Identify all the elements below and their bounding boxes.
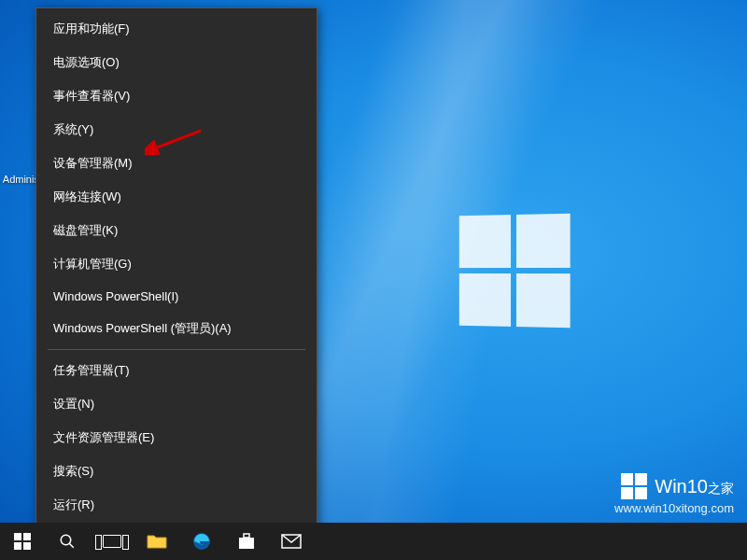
menu-item-task-manager[interactable]: 任务管理器(T) bbox=[36, 354, 317, 387]
menu-item-computer-management[interactable]: 计算机管理(G) bbox=[36, 247, 317, 281]
taskbar-app-explorer[interactable] bbox=[134, 523, 179, 560]
taskbar-search-button[interactable] bbox=[45, 523, 90, 560]
menu-item-network-connections[interactable]: 网络连接(W) bbox=[36, 180, 317, 214]
svg-rect-5 bbox=[244, 534, 249, 538]
mail-icon bbox=[281, 534, 302, 549]
watermark-url: www.win10xitong.com bbox=[614, 501, 734, 515]
edge-icon bbox=[192, 532, 211, 551]
store-icon bbox=[237, 532, 256, 551]
watermark: Win10之家 www.win10xitong.com bbox=[614, 473, 734, 515]
start-button[interactable] bbox=[0, 523, 45, 560]
windows-logo-wallpaper bbox=[459, 214, 571, 329]
menu-item-powershell-admin[interactable]: Windows PowerShell (管理员)(A) bbox=[36, 312, 317, 345]
taskview-icon bbox=[103, 535, 121, 548]
menu-item-device-manager[interactable]: 设备管理器(M) bbox=[36, 147, 317, 180]
menu-item-apps-features[interactable]: 应用和功能(F) bbox=[36, 12, 317, 46]
windows-start-icon bbox=[14, 533, 31, 550]
desktop-wallpaper: Administr... 控 应用和功能(F) 电源选项(O) 事件查看器(V)… bbox=[0, 0, 747, 560]
taskbar-app-edge[interactable] bbox=[179, 523, 224, 560]
svg-line-2 bbox=[69, 543, 74, 548]
taskbar-app-store[interactable] bbox=[224, 523, 269, 560]
taskbar bbox=[0, 523, 747, 560]
taskbar-taskview-button[interactable] bbox=[90, 523, 134, 560]
menu-item-event-viewer[interactable]: 事件查看器(V) bbox=[36, 79, 317, 113]
search-icon bbox=[59, 533, 76, 550]
folder-icon bbox=[147, 533, 167, 550]
menu-item-power-options[interactable]: 电源选项(O) bbox=[36, 46, 317, 79]
svg-rect-4 bbox=[239, 538, 254, 549]
menu-item-settings[interactable]: 设置(N) bbox=[36, 387, 317, 421]
watermark-brand: Win10之家 bbox=[655, 476, 734, 497]
menu-item-run[interactable]: 运行(R) bbox=[36, 488, 317, 522]
menu-item-disk-management[interactable]: 磁盘管理(K) bbox=[36, 214, 317, 247]
menu-item-file-explorer[interactable]: 文件资源管理器(E) bbox=[36, 421, 317, 455]
svg-point-1 bbox=[61, 535, 71, 545]
winx-context-menu: 应用和功能(F) 电源选项(O) 事件查看器(V) 系统(Y) 设备管理器(M)… bbox=[35, 7, 317, 560]
taskbar-app-mail[interactable] bbox=[269, 523, 314, 560]
menu-item-system[interactable]: 系统(Y) bbox=[36, 113, 317, 147]
menu-separator bbox=[48, 349, 305, 350]
menu-item-search[interactable]: 搜索(S) bbox=[36, 455, 317, 488]
menu-item-powershell[interactable]: Windows PowerShell(I) bbox=[36, 281, 317, 312]
windows-logo-icon bbox=[621, 473, 647, 499]
